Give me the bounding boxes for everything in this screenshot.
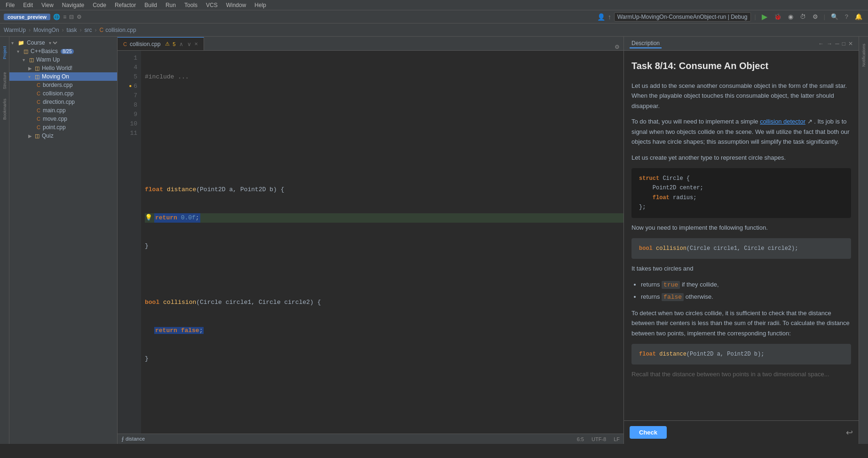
panel-maximize[interactable]: □ — [842, 40, 845, 47]
code-line-2 — [145, 101, 623, 110]
cppbasics-arrow: ▾ — [17, 49, 23, 54]
tree-borders[interactable]: C borders.cpp — [9, 81, 117, 89]
menu-code[interactable]: Code — [89, 1, 110, 9]
status-line-col: 6:5 — [577, 436, 584, 442]
panel-close[interactable]: ✕ — [848, 40, 853, 47]
line-numbers: 1 4 5 ●6 7 8 9 10 11 — [118, 51, 141, 434]
tree-point[interactable]: C point.cpp — [9, 123, 117, 132]
code-line-1: #include ... — [145, 72, 623, 82]
cmake-button[interactable]: ⚙ — [811, 12, 820, 21]
left-vtab-project[interactable]: Project — [0, 39, 9, 67]
run-configuration[interactable]: WarmUp-MovingOn-ConsumeAnObject-run | De… — [614, 12, 751, 22]
menu-navigate[interactable]: Navigate — [58, 1, 88, 9]
tree-helloworld[interactable]: ▶ ◫ Hello World! — [9, 64, 117, 72]
breadcrumb-src[interactable]: src — [85, 27, 92, 33]
toolbar-icon-settings[interactable]: ⚙ — [77, 14, 82, 20]
line-7: 7 — [118, 91, 137, 101]
helloworld-arrow: ▶ — [28, 66, 34, 71]
collision-label: collision.cpp — [43, 90, 73, 97]
collision-detector-link[interactable]: collision detector — [760, 118, 805, 125]
desc-para-6: To detect when two circles collide, it i… — [631, 308, 851, 338]
left-vtab-bookmarks[interactable]: Bookmarks — [0, 95, 9, 123]
breadcrumb-task[interactable]: task — [67, 27, 77, 33]
breadcrumb-movingon[interactable]: MovingOn — [33, 27, 59, 33]
tab-description[interactable]: Description — [630, 39, 662, 48]
menu-tools[interactable]: Tools — [181, 1, 201, 9]
toolbar-icon-split[interactable]: ⊟ — [69, 14, 74, 20]
tree-main[interactable]: C main.cpp — [9, 106, 117, 115]
panel-minimize[interactable]: ─ — [835, 40, 839, 47]
breadcrumb-file: C collision.cpp — [100, 27, 136, 33]
project-dropdown[interactable]: course_preview — [4, 14, 50, 20]
code-line-10: return false; — [145, 326, 623, 335]
search-button[interactable]: 🔍 — [829, 12, 840, 21]
breadcrumb-warmup[interactable]: WarmUp — [4, 27, 26, 33]
menu-edit[interactable]: Edit — [19, 1, 37, 9]
code-content[interactable]: #include ... float distance(Point2D a, P… — [141, 51, 623, 434]
line-5: 5 — [118, 72, 137, 82]
panel-arrow-right[interactable]: → — [827, 40, 832, 47]
editor-area: C collision.cpp ⚠ 5 ∧ ∨ ✕ ⚙ 1 4 5 ●6 7 8… — [118, 37, 623, 444]
line-11: 11 — [118, 129, 137, 138]
left-vtab-structure[interactable]: Structure — [0, 67, 9, 95]
line-6: ●6 — [118, 82, 137, 91]
tab-close-btn[interactable]: ✕ — [194, 41, 198, 47]
point-icon: C — [37, 124, 40, 130]
tree-quiz[interactable]: ▶ ◫ Quiz — [9, 132, 117, 140]
run-button[interactable]: ▶ — [760, 11, 769, 22]
course-dropdown[interactable]: ▾ — [47, 40, 59, 46]
toolbar-icon-globe[interactable]: 🌐 — [53, 14, 60, 20]
profile-button[interactable]: ⏱ — [798, 12, 808, 21]
project-tree: ▾ 📁 Course ▾ ▾ ◫ C++Basics 8/25 ▾ ◫ Warm… — [9, 37, 117, 444]
main-icon: C — [37, 108, 40, 113]
menu-window[interactable]: Window — [222, 1, 250, 9]
tree-move[interactable]: C move.cpp — [9, 115, 117, 123]
arrow-up-icon[interactable]: ↑ — [608, 13, 611, 21]
warning-count: 5 — [173, 41, 175, 47]
tree-movingon[interactable]: ▾ ◫ Moving On — [9, 72, 117, 81]
toolbar-icon-list[interactable]: ≡ — [63, 14, 66, 20]
desc-para-1: Let us add to the scene another consumab… — [631, 81, 851, 111]
tree-cppbasics[interactable]: ▾ ◫ C++Basics 8/25 — [9, 47, 117, 55]
menu-view[interactable]: View — [38, 1, 57, 9]
code-editor[interactable]: 1 4 5 ●6 7 8 9 10 11 #include ... float … — [118, 51, 623, 434]
right-vtab-notifications[interactable]: Notifications — [859, 39, 868, 71]
menu-build[interactable]: Build — [141, 1, 161, 9]
tab-file-icon: C — [123, 41, 127, 47]
tree-warmup[interactable]: ▾ ◫ Warm Up — [9, 55, 117, 64]
tree-course[interactable]: ▾ 📁 Course ▾ — [9, 39, 117, 47]
borders-label: borders.cpp — [43, 82, 72, 88]
check-button[interactable]: Check — [630, 426, 667, 439]
panel-arrow-left[interactable]: ← — [818, 40, 824, 47]
helloworld-label: Hello World! — [42, 65, 72, 71]
breadcrumb-sep-3: › — [80, 27, 82, 33]
tree-direction[interactable]: C direction.cpp — [9, 98, 117, 106]
toolbar-sep-1: | — [755, 14, 756, 20]
right-vtab-strip: Notifications — [859, 37, 868, 444]
direction-icon: C — [37, 99, 40, 105]
menu-run[interactable]: Run — [162, 1, 180, 9]
warmup-label: Warm Up — [36, 56, 60, 63]
debug-button[interactable]: 🐞 — [772, 12, 783, 21]
line-9: 9 — [118, 110, 137, 119]
menu-file[interactable]: File — [2, 1, 18, 9]
profile-icon[interactable]: 👤 — [597, 13, 605, 21]
movingon-arrow: ▾ — [28, 74, 34, 79]
menu-help[interactable]: Help — [251, 1, 270, 9]
coverage-button[interactable]: ◉ — [786, 12, 795, 21]
undo-button[interactable]: ↩ — [846, 427, 853, 438]
tree-collision[interactable]: C collision.cpp — [9, 89, 117, 98]
editor-tab-bar: C collision.cpp ⚠ 5 ∧ ∨ ✕ ⚙ — [118, 37, 623, 51]
tab-label: collision.cpp — [130, 41, 160, 47]
movingon-label: Moving On — [42, 73, 69, 80]
menu-refactor[interactable]: Refactor — [111, 1, 140, 9]
desc-para-7: Recall that the distance between two poi… — [631, 369, 851, 379]
task-title: Task 8/14: Consume An Object — [631, 58, 851, 73]
menu-vcs[interactable]: VCS — [202, 1, 221, 9]
help-button[interactable]: ? — [843, 12, 850, 21]
top-toolbar: course_preview 🌐 ≡ ⊟ ⚙ 👤 ↑ WarmUp-Moving… — [0, 10, 868, 23]
left-vtab-strip: Project Structure Bookmarks — [0, 37, 9, 444]
editor-tab-collision[interactable]: C collision.cpp ⚠ 5 ∧ ∨ ✕ — [118, 37, 204, 50]
editor-settings-icon[interactable]: ⚙ — [615, 44, 620, 50]
notifications-button[interactable]: 🔔 — [853, 12, 864, 21]
